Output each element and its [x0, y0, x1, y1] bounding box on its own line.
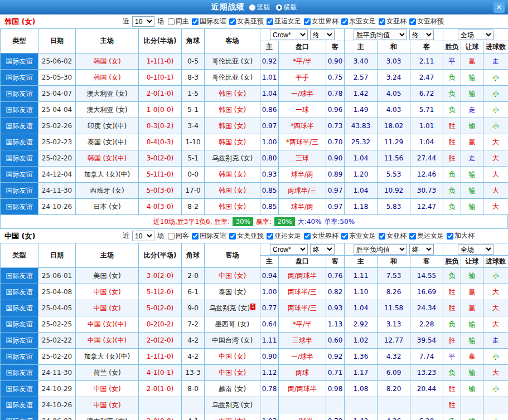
- home-team-link[interactable]: 中国 (女)(中): [88, 336, 127, 344]
- away-team-link[interactable]: 韩国 (女): [219, 187, 246, 194]
- away-team-link[interactable]: 乌兹别克 (女): [212, 154, 253, 162]
- match-count-select[interactable]: 10: [132, 231, 154, 241]
- match-row[interactable]: 国际友谊 25-02-25 中国 (女)(中) 0-2(0-2) 7-2 墨西哥…: [1, 316, 508, 333]
- away-team-link[interactable]: 韩国 (女): [219, 106, 246, 114]
- league-cell[interactable]: 国际友谊: [1, 183, 38, 199]
- odds-provider-select[interactable]: Crow*: [270, 244, 308, 255]
- match-row[interactable]: 国际友谊 24-06-03 澳大利亚 (女) 2-0(0-0) 4-1 中国 (…: [1, 413, 508, 420]
- filter-checkbox-label[interactable]: 国际友谊: [200, 231, 226, 241]
- match-row[interactable]: 国际友谊 24-10-26 日本 (女) 4-0(3-0) 8-2 韩国 (女)…: [1, 199, 508, 215]
- league-cell[interactable]: 国际友谊: [1, 102, 38, 118]
- filter-checkbox-item[interactable]: 同客: [168, 231, 189, 241]
- league-cell[interactable]: 国际友谊: [1, 397, 38, 413]
- filter-checkbox[interactable]: [229, 233, 236, 240]
- match-row[interactable]: 国际友谊 25-04-07 澳大利亚 (女) 2-0(1-0) 1-5 韩国 (…: [1, 86, 508, 102]
- home-team-link[interactable]: 泰国 (女)(中): [88, 138, 127, 146]
- filter-checkbox-item[interactable]: 亚运女足: [267, 231, 301, 241]
- filter-checkbox[interactable]: [379, 18, 385, 25]
- away-team-link[interactable]: 中国 (女): [219, 353, 246, 360]
- filter-checkbox-item[interactable]: 同主: [168, 17, 189, 26]
- league-cell[interactable]: 国际友谊: [1, 118, 38, 134]
- league-cell[interactable]: 国际友谊: [1, 413, 38, 420]
- away-team-link[interactable]: 韩国 (女): [219, 170, 246, 178]
- match-row[interactable]: 国际友谊 25-05-30 韩国 (女) 0-1(0-1) 8-3 哥伦比亚 (…: [1, 70, 508, 86]
- home-team-link[interactable]: 韩国 (女): [93, 57, 120, 65]
- layout-radio-option[interactable]: 竖版: [249, 3, 270, 12]
- match-row[interactable]: 国际友谊 25-04-08 中国 (女) 5-1(2-0) 6-1 泰国 (女)…: [1, 284, 508, 300]
- match-row[interactable]: 国际友谊 24-11-30 西班牙 (女) 5-0(3-0) 17-0 韩国 (…: [1, 183, 508, 199]
- away-team-link[interactable]: 越南 (女): [219, 385, 246, 393]
- filter-checkbox-label[interactable]: 亚运女足: [274, 231, 301, 241]
- filter-checkbox-item[interactable]: 国际友谊: [192, 231, 226, 241]
- home-team-link[interactable]: 加拿大 (女)(中): [84, 353, 130, 360]
- filter-checkbox-label[interactable]: 女亚杯: [386, 231, 407, 241]
- away-team-link[interactable]: 泰国 (女): [219, 288, 246, 296]
- league-cell[interactable]: 国际友谊: [1, 134, 38, 150]
- radio-label[interactable]: 横版: [284, 3, 297, 12]
- away-team-link[interactable]: 韩国 (女): [219, 90, 246, 97]
- home-team-link[interactable]: 中国 (女)(中): [88, 320, 127, 328]
- filter-checkbox[interactable]: [304, 233, 311, 240]
- league-cell[interactable]: 国际友谊: [1, 284, 38, 300]
- filter-checkbox[interactable]: [192, 233, 199, 240]
- away-team-link[interactable]: 乌兹别克 (女): [209, 304, 250, 312]
- match-row[interactable]: 国际友谊 25-06-02 韩国 (女) 1-1(1-0) 0-5 哥伦比亚 (…: [1, 53, 508, 70]
- home-team-link[interactable]: 中国 (女): [93, 401, 120, 409]
- league-cell[interactable]: 国际友谊: [1, 53, 38, 70]
- radio-icon[interactable]: [276, 4, 282, 11]
- filter-checkbox-label[interactable]: 东亚女足: [349, 17, 376, 26]
- filter-checkbox-item[interactable]: 女奥亚预: [229, 231, 264, 241]
- filter-checkbox-label[interactable]: 女亚杯预: [417, 17, 444, 26]
- home-team-link[interactable]: 韩国 (女): [93, 74, 120, 81]
- filter-checkbox-label[interactable]: 女世界杯: [312, 231, 338, 241]
- away-team-link[interactable]: 韩国 (女): [219, 138, 246, 146]
- radio-label[interactable]: 竖版: [257, 3, 270, 12]
- home-team-link[interactable]: 加拿大 (女)(中): [84, 170, 130, 178]
- league-cell[interactable]: 国际友谊: [1, 316, 38, 333]
- away-team-link[interactable]: 哥伦比亚 (女): [212, 57, 253, 65]
- filter-checkbox-label[interactable]: 同主: [176, 17, 189, 26]
- filter-checkbox-label[interactable]: 国际友谊: [200, 17, 226, 26]
- away-team-link[interactable]: 韩国 (女): [219, 122, 246, 130]
- mean-type-select[interactable]: 胜平负均值: [354, 244, 407, 255]
- mean-time-select[interactable]: 终: [409, 30, 434, 40]
- filter-checkbox[interactable]: [341, 233, 348, 240]
- filter-checkbox-label[interactable]: 同客: [176, 231, 189, 241]
- filter-checkbox-label[interactable]: 女世界杯: [312, 17, 338, 26]
- filter-checkbox-item[interactable]: 女亚杯预: [409, 17, 444, 26]
- league-cell[interactable]: 国际友谊: [1, 150, 38, 167]
- league-cell[interactable]: 国际友谊: [1, 381, 38, 397]
- filter-checkbox[interactable]: [409, 18, 416, 25]
- home-team-link[interactable]: 印度 (女)(中): [88, 122, 127, 130]
- filter-checkbox-item[interactable]: 国际友谊: [192, 17, 226, 26]
- filter-checkbox-label[interactable]: 东亚女足: [349, 231, 376, 241]
- home-team-link[interactable]: 荷兰 (女): [93, 369, 120, 377]
- match-row[interactable]: 国际友谊 24-11-30 荷兰 (女) 4-1(0-1) 13-3 中国 (女…: [1, 365, 508, 381]
- filter-checkbox[interactable]: [409, 233, 416, 240]
- away-team-link[interactable]: 中国台湾 (女): [212, 336, 253, 344]
- league-cell[interactable]: 国际友谊: [1, 333, 38, 349]
- filter-checkbox-item[interactable]: 女亚杯: [379, 17, 407, 26]
- home-team-link[interactable]: 中国 (女): [93, 288, 120, 296]
- home-team-link[interactable]: 中国 (女): [93, 304, 120, 312]
- odds-provider-select[interactable]: Crow*: [270, 30, 308, 40]
- match-count-select[interactable]: 10: [132, 16, 154, 27]
- layout-radio-option[interactable]: 横版: [276, 3, 297, 12]
- away-team-link[interactable]: 哥伦比亚 (女): [212, 74, 253, 81]
- away-team-link[interactable]: 乌兹别克 (女): [212, 401, 253, 409]
- filter-checkbox[interactable]: [379, 233, 385, 240]
- filter-checkbox-item[interactable]: 女世界杯: [304, 17, 338, 26]
- home-team-link[interactable]: 日本 (女): [93, 203, 120, 211]
- filter-checkbox[interactable]: [304, 18, 311, 25]
- filter-checkbox[interactable]: [447, 233, 453, 240]
- home-team-link[interactable]: 中国 (女): [93, 385, 120, 393]
- filter-checkbox[interactable]: [168, 18, 175, 25]
- league-cell[interactable]: 国际友谊: [1, 300, 38, 316]
- away-team-link[interactable]: 中国 (女): [219, 369, 246, 377]
- league-cell[interactable]: 国际友谊: [1, 349, 38, 365]
- away-team-link[interactable]: 墨西哥 (女): [215, 320, 249, 328]
- league-cell[interactable]: 国际友谊: [1, 268, 38, 284]
- match-row[interactable]: 国际友谊 25-02-20 加拿大 (女)(中) 1-1(1-0) 4-2 中国…: [1, 349, 508, 365]
- fulltime-select[interactable]: 全场: [458, 30, 494, 40]
- match-row[interactable]: 国际友谊 25-02-23 泰国 (女)(中) 0-4(0-3) 1-10 韩国…: [1, 134, 508, 150]
